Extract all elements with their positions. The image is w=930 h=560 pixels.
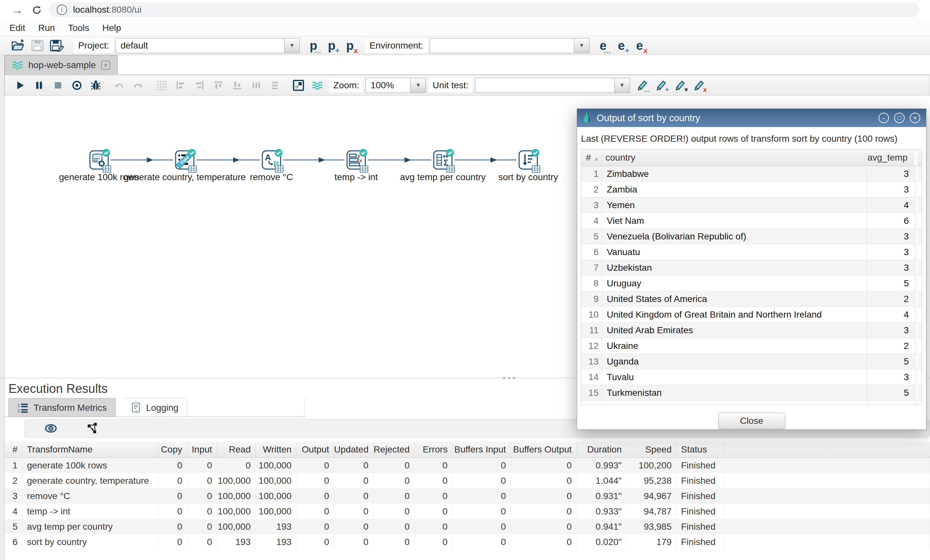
pause-button[interactable] — [30, 77, 49, 94]
new-unit-test-button-modifier-icon: + — [665, 86, 669, 94]
browser-forward-button[interactable]: → — [10, 3, 25, 18]
table-row[interactable]: 11United Arab Emirates3 — [581, 323, 922, 338]
scrollbar-track[interactable] — [915, 307, 919, 322]
cell: 0 — [187, 519, 217, 534]
add-environment-button[interactable]: e+ — [612, 37, 631, 54]
project-combo[interactable]: default ▼ — [115, 38, 300, 53]
new-unit-test-button[interactable]: + — [652, 77, 671, 94]
scrollbar-track[interactable] — [915, 385, 919, 400]
close-tab-icon[interactable]: × — [101, 61, 110, 70]
debug-button[interactable] — [86, 77, 105, 94]
table-row[interactable]: 8Uruguay5 — [581, 275, 922, 291]
scrollbar-track[interactable] — [915, 197, 919, 213]
run-button[interactable] — [11, 77, 30, 94]
chevron-down-icon[interactable]: ▼ — [284, 38, 299, 53]
column-header-avg-temp[interactable]: avg_temp — [865, 149, 913, 166]
site-info-icon[interactable]: i — [57, 5, 67, 15]
maximize-button[interactable]: □ — [894, 113, 905, 123]
dialog-titlebar[interactable]: Output of sort by country –□× — [577, 109, 926, 127]
scrollbar-track[interactable] — [915, 182, 919, 197]
table-row[interactable]: 6Vanuatu3 — [581, 244, 922, 260]
table-row[interactable]: 12Ukraine2 — [581, 338, 922, 354]
tab-hop-web-sample[interactable]: hop-web-sample × — [5, 55, 118, 75]
add-project-button[interactable]: p+ — [323, 37, 341, 54]
align-right-button[interactable] — [190, 77, 209, 94]
transform-sort-by-country[interactable] — [519, 150, 538, 170]
save-file-button[interactable] — [29, 38, 46, 54]
menu-tools[interactable]: Tools — [68, 23, 89, 33]
align-top-button[interactable] — [209, 77, 228, 94]
table-row[interactable]: 2Zambia3 — [581, 182, 922, 197]
table-row[interactable]: 1Zimbabwe3 — [581, 166, 922, 182]
close-window-button[interactable]: × — [910, 113, 920, 123]
chevron-down-icon[interactable]: ▼ — [574, 38, 589, 53]
table-row[interactable]: 10United Kingdom of Great Britain and No… — [581, 307, 922, 323]
snap-grid-button[interactable] — [152, 77, 171, 94]
environment-combo[interactable]: ▼ — [430, 38, 590, 53]
redo-button[interactable] — [129, 77, 148, 94]
data-lineage-button[interactable] — [87, 423, 99, 434]
scrollbar-track[interactable] — [915, 275, 919, 291]
scrollbar-track[interactable] — [913, 149, 917, 166]
table-row[interactable]: 5Venezuela (Bolivarian Republic of)3 — [581, 229, 922, 244]
distribute-horizontal-button[interactable] — [247, 77, 266, 94]
edit-unit-test-button[interactable]: … — [633, 77, 652, 94]
edit-environment-button[interactable]: e… — [594, 37, 612, 54]
delete-unit-test-button[interactable]: x — [690, 77, 709, 94]
preview-button[interactable] — [68, 77, 86, 94]
url-field[interactable]: i localhost:8080/ui — [49, 2, 919, 17]
align-left-button[interactable] — [171, 77, 190, 94]
pipeline-button[interactable] — [308, 77, 327, 94]
show-active-transforms-button[interactable] — [44, 423, 57, 433]
scrollbar-track[interactable] — [915, 229, 919, 244]
close-button[interactable]: Close — [718, 413, 785, 429]
table-row[interactable]: 4Viet Nam6 — [581, 213, 922, 229]
switch-unit-test-button[interactable]: ▾ — [671, 77, 690, 94]
scrollbar-track[interactable] — [915, 323, 919, 338]
scrollbar-track[interactable] — [915, 260, 919, 275]
table-row[interactable]: 15Turkmenistan5 — [581, 385, 922, 401]
column-header-num[interactable]: #▲ — [581, 149, 601, 166]
table-row[interactable]: 13Uganda5 — [581, 354, 922, 369]
scrollbar-track[interactable] — [915, 213, 919, 228]
undo-button[interactable] — [110, 77, 129, 94]
minimize-button[interactable]: – — [879, 113, 889, 123]
splitter-grip-icon[interactable] — [499, 376, 519, 380]
menu-edit[interactable]: Edit — [9, 23, 25, 33]
show-execution-results-button[interactable] — [289, 77, 308, 94]
column-header-country[interactable]: country — [601, 149, 865, 166]
transform-remove-c[interactable]: AB — [262, 150, 281, 170]
table-row[interactable]: 14Tuvalu3 — [581, 369, 922, 385]
delete-project-button[interactable]: px — [341, 37, 359, 54]
table-row[interactable]: 7Uzbekistan3 — [581, 260, 922, 275]
transform-generate-country-temperature[interactable]: Fake — [175, 150, 194, 170]
menu-help[interactable]: Help — [102, 23, 121, 33]
unit-test-combo[interactable]: ▼ — [475, 78, 630, 93]
chevron-down-icon[interactable]: ▼ — [614, 78, 630, 92]
scrollbar-track[interactable] — [915, 166, 919, 182]
edit-project-button[interactable]: p… — [304, 37, 323, 54]
tab-transform-metrics[interactable]: 12Transform Metrics — [8, 398, 115, 417]
scrollbar-track[interactable] — [915, 338, 919, 354]
browser-reload-button[interactable] — [29, 3, 44, 18]
delete-environment-button[interactable]: ex — [631, 37, 649, 54]
table-row[interactable]: 3Yemen4 — [581, 197, 922, 213]
menu-run[interactable]: Run — [38, 23, 55, 33]
scrollbar-track[interactable] — [915, 244, 919, 260]
scrollbar-track[interactable] — [915, 401, 919, 405]
save-as-button[interactable] — [48, 38, 66, 54]
transform-avg-temp-per-country[interactable]: Σ — [433, 150, 453, 170]
chevron-down-icon[interactable]: ▼ — [410, 78, 426, 92]
align-bottom-button[interactable] — [228, 77, 247, 94]
distribute-vertical-button[interactable] — [266, 77, 285, 94]
transform-temp-int[interactable]: xx — [346, 150, 366, 170]
zoom-combo[interactable]: 100% ▼ — [366, 78, 426, 93]
open-file-button[interactable] — [9, 38, 27, 54]
scrollbar-track[interactable] — [915, 369, 919, 385]
stop-button[interactable] — [49, 77, 68, 94]
scrollbar-track[interactable] — [915, 291, 919, 306]
transform-generate-100k-rows[interactable] — [89, 150, 109, 170]
tab-logging[interactable]: ogLogging — [123, 398, 187, 417]
table-row[interactable]: 9United States of America2 — [581, 291, 922, 307]
scrollbar-track[interactable] — [915, 354, 919, 369]
